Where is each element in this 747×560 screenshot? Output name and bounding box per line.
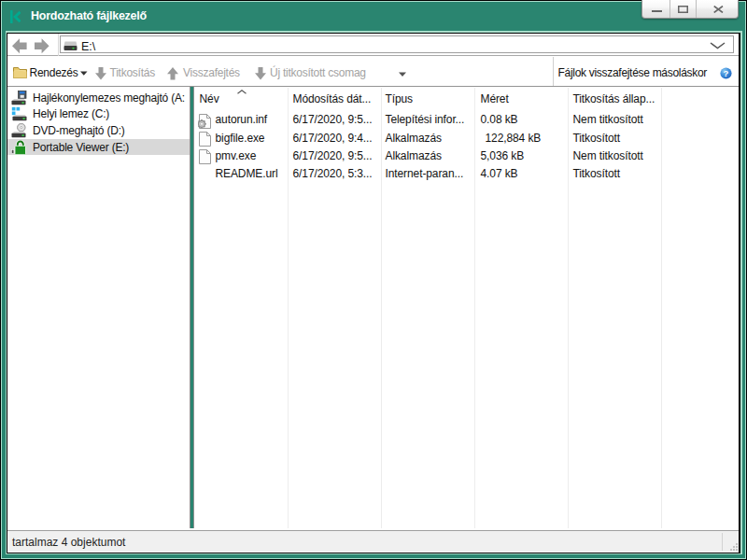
svg-text:?: ?: [723, 67, 728, 77]
